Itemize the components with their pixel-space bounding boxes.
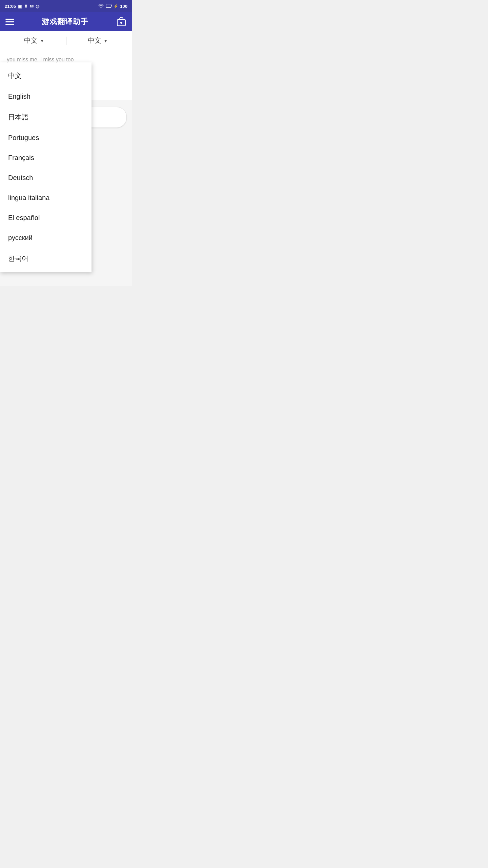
dropdown-item-es[interactable]: El español	[0, 208, 92, 228]
usb-icon: ⇕	[24, 4, 28, 9]
dropdown-item-ko[interactable]: 한국어	[0, 248, 92, 269]
charging-icon: ⚡	[114, 4, 118, 8]
language-dropdown-menu: 中文English日本語PortuguesFrançaisDeutschling…	[0, 62, 92, 272]
dropdown-item-zh[interactable]: 中文	[0, 65, 92, 86]
source-dropdown-arrow: ▼	[40, 38, 44, 43]
menu-line-3	[5, 24, 14, 25]
dropdown-item-ru[interactable]: русский	[0, 228, 92, 248]
app-title: 游戏翻译助手	[42, 17, 88, 27]
language-selector-row: 中文 ▼ 中文 ▼	[0, 31, 132, 50]
svg-point-2	[121, 22, 122, 23]
menu-button[interactable]	[5, 19, 14, 25]
alarm-icon: ◎	[36, 4, 39, 9]
main-content: 中文 ▼ 中文 ▼ you miss me, I miss you too ↓ …	[0, 31, 132, 286]
svg-rect-0	[106, 4, 111, 7]
status-left: 21:05 ▣ ⇕ ✉ ◎	[5, 4, 39, 9]
menu-line-1	[5, 19, 14, 20]
dropdown-item-ja[interactable]: 日本語	[0, 106, 92, 128]
target-language-label: 中文	[88, 36, 101, 45]
dropdown-item-en[interactable]: English	[0, 86, 92, 106]
lang-divider	[66, 37, 66, 45]
email-icon: ✉	[30, 4, 34, 9]
source-language-selector[interactable]: 中文 ▼	[5, 36, 63, 45]
status-bar: 21:05 ▣ ⇕ ✉ ◎ ⚡ 100	[0, 0, 132, 12]
app-bar: 游戏翻译助手	[0, 12, 132, 31]
dropdown-item-it[interactable]: lingua italiana	[0, 188, 92, 208]
time-display: 21:05	[5, 4, 16, 9]
menu-line-2	[5, 21, 14, 22]
target-dropdown-arrow: ▼	[103, 38, 108, 43]
battery-bar-icon	[106, 4, 112, 9]
bag-button[interactable]	[116, 16, 127, 27]
wifi-icon	[98, 3, 104, 9]
dropdown-item-pt[interactable]: Portugues	[0, 128, 92, 148]
source-language-label: 中文	[24, 36, 38, 45]
battery-level: 100	[120, 4, 127, 9]
dropdown-item-de[interactable]: Deutsch	[0, 168, 92, 188]
dropdown-item-fr[interactable]: Français	[0, 148, 92, 168]
status-right: ⚡ 100	[98, 3, 127, 9]
target-language-selector[interactable]: 中文 ▼	[69, 36, 127, 45]
notification-icon: ▣	[18, 4, 22, 9]
